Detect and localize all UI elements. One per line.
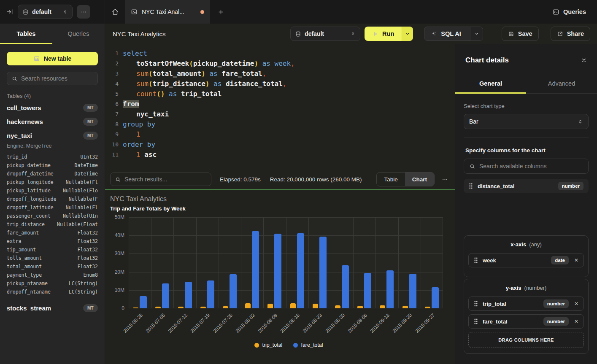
- run-database-selector[interactable]: default: [290, 27, 360, 41]
- resource-search[interactable]: [7, 72, 98, 85]
- column-name: payment_type: [7, 271, 42, 279]
- column-chip-distance_total[interactable]: distance_totalnumber: [464, 179, 589, 193]
- column-type: UInt32: [80, 153, 98, 161]
- column-name: trip_distance: [7, 220, 45, 229]
- resource-search-input[interactable]: [21, 75, 93, 82]
- tables-list: cell_towersMThackernewsMTnyc_taxiMTEngin…: [7, 101, 98, 315]
- view-toggle-table[interactable]: Table: [377, 173, 405, 186]
- code-content: sum(total_amount) as fare_total,: [123, 69, 266, 79]
- close-icon[interactable]: [581, 57, 587, 63]
- column-chip-trip_total[interactable]: trip_totalnumber✕: [468, 297, 584, 311]
- column-search[interactable]: [464, 159, 589, 174]
- line-number: 7: [105, 109, 119, 119]
- column-row: dropoff_datetimeDateTime: [7, 170, 98, 178]
- column-name: dropoff_latitude: [7, 203, 54, 212]
- table-row[interactable]: cell_towersMT: [7, 101, 98, 115]
- y-tick-label: 50M: [115, 214, 124, 220]
- tab-advanced[interactable]: Advanced: [526, 75, 597, 93]
- line-number: 1: [105, 49, 119, 59]
- column-type: Nullable(UIn: [63, 212, 98, 220]
- code-token: [205, 70, 210, 78]
- chart-details-panel: Chart details General Advanced Select ch…: [455, 44, 597, 364]
- remove-column-icon[interactable]: ✕: [574, 318, 578, 324]
- code-token: [258, 59, 262, 67]
- table-row[interactable]: stocks_streamMT: [7, 301, 98, 315]
- y-axis-title-text: y-axis: [506, 285, 521, 291]
- sidebar-more-button[interactable]: [77, 5, 90, 19]
- legend-item-fare_total[interactable]: fare_total: [293, 342, 323, 348]
- y-axis-box: y-axis(number) trip_totalnumber✕fare_tot…: [464, 279, 589, 354]
- fare_total-bar: [162, 283, 169, 308]
- database-icon: [22, 9, 29, 15]
- x-tick-label: 2015-07-26: [212, 313, 233, 334]
- new-tab-button[interactable]: [210, 0, 231, 24]
- sql-ai-caret[interactable]: [471, 27, 483, 40]
- x-axis-title: x-axis(any): [468, 241, 584, 248]
- column-name: pickup_latitude: [7, 186, 51, 195]
- tab-tables[interactable]: Tables: [0, 24, 52, 44]
- legend-item-trip_total[interactable]: trip_total: [254, 342, 282, 348]
- main-area: NYC Taxi Analytics default Ru: [105, 24, 597, 364]
- drop-zone[interactable]: DRAG COLUMNS HERE: [468, 332, 584, 348]
- fare_total-bar: [342, 265, 349, 308]
- chevron-updown-icon: [578, 119, 583, 124]
- chart-type-select[interactable]: Bar: [464, 114, 589, 129]
- share-button[interactable]: Share: [551, 27, 590, 41]
- drag-handle-icon[interactable]: [474, 257, 478, 264]
- code-token: nyc_taxi: [136, 110, 169, 118]
- code-token: trip_distance: [153, 80, 205, 88]
- column-search-input[interactable]: [479, 163, 583, 170]
- panel-content: Select chart type Bar Specify columns fo…: [455, 94, 597, 364]
- column-row: tip_amountFloat32: [7, 245, 98, 254]
- column-type: LC(String): [69, 288, 98, 296]
- remove-column-icon[interactable]: ✕: [574, 257, 578, 263]
- query-tab[interactable]: NYC Taxi Anal...: [125, 0, 210, 24]
- view-toggle-chart[interactable]: Chart: [405, 173, 434, 186]
- run-button[interactable]: Run: [365, 27, 402, 41]
- line-number: 10: [105, 140, 119, 150]
- unsaved-changes-dot: [200, 10, 204, 14]
- fare_total-bar: [297, 233, 304, 308]
- queries-nav-button[interactable]: Queries: [552, 0, 597, 24]
- code-token: (: [149, 80, 153, 88]
- remove-column-icon[interactable]: ✕: [574, 301, 578, 307]
- column-chip-fare_total[interactable]: fare_totalnumber✕: [468, 314, 584, 329]
- save-button[interactable]: Save: [502, 27, 539, 41]
- bar-group: [286, 217, 308, 308]
- home-button[interactable]: [105, 0, 125, 24]
- tab-general[interactable]: General: [455, 75, 526, 93]
- trip_total-bar: [335, 305, 340, 308]
- code-line: 4sum(trip_distance) as distance_total,: [105, 79, 455, 89]
- new-table-label: New table: [44, 55, 71, 62]
- table-row[interactable]: hackernewsMT: [7, 115, 98, 129]
- chart-type-value: Bar: [469, 118, 478, 125]
- results-more-button[interactable]: [440, 176, 450, 183]
- results-search[interactable]: [110, 173, 211, 186]
- run-options-caret[interactable]: [402, 27, 413, 41]
- chip-column-name: distance_total: [478, 183, 554, 189]
- bar-group: [263, 217, 286, 308]
- sql-ai-button[interactable]: SQL AI: [424, 27, 467, 40]
- engine-badge: MT: [83, 132, 98, 140]
- drag-handle-icon[interactable]: [474, 300, 478, 307]
- new-table-button[interactable]: New table: [7, 52, 98, 65]
- fare_total-bar: [274, 234, 281, 308]
- column-name: passenger_count: [7, 212, 51, 220]
- table-engine-label: Engine: MergeTree: [7, 143, 98, 149]
- drag-handle-icon[interactable]: [469, 183, 473, 189]
- collapse-sidebar-icon[interactable]: [6, 8, 14, 16]
- code-token: ): [205, 80, 210, 88]
- table-row[interactable]: nyc_taxiMT: [7, 129, 98, 143]
- share-icon: [557, 31, 563, 37]
- database-selector[interactable]: default: [18, 5, 73, 19]
- column-chip-week[interactable]: weekdate✕: [468, 253, 584, 267]
- code-token: group by: [123, 120, 155, 128]
- table-name: cell_towers: [7, 104, 41, 111]
- tab-queries[interactable]: Queries: [52, 24, 105, 44]
- column-row: pickup_longitudeNullable(Fl: [7, 178, 98, 186]
- results-search-input[interactable]: [124, 176, 207, 183]
- drag-handle-icon[interactable]: [474, 318, 478, 325]
- share-label: Share: [567, 30, 584, 37]
- sql-editor[interactable]: 1select2toStartOfWeek(pickup_datetime) a…: [105, 44, 455, 169]
- code-content: sum(trip_distance) as distance_total,: [123, 79, 286, 89]
